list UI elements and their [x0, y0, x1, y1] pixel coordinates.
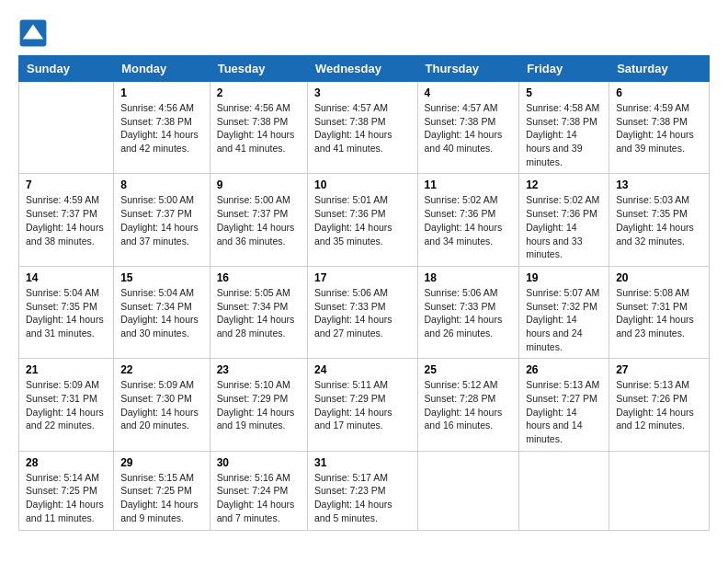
calendar-cell: 6 Sunrise: 4:59 AM Sunset: 7:38 PM Dayli…: [609, 82, 710, 174]
day-info: Sunrise: 5:06 AM Sunset: 7:33 PM Dayligh…: [425, 286, 513, 340]
calendar-week-2: 7 Sunrise: 4:59 AM Sunset: 7:37 PM Dayli…: [19, 174, 710, 266]
sunrise-text: Sunrise: 5:00 AM: [217, 193, 301, 207]
sunrise-text: Sunrise: 5:02 AM: [526, 193, 602, 207]
daylight-text: Daylight: 14 hours and 34 minutes.: [425, 221, 513, 247]
daylight-text: Daylight: 14 hours and 20 minutes.: [120, 406, 203, 432]
calendar-cell: 15 Sunrise: 5:04 AM Sunset: 7:34 PM Dayl…: [114, 266, 210, 358]
sunset-text: Sunset: 7:23 PM: [314, 484, 411, 498]
calendar-header-tuesday: Tuesday: [210, 56, 307, 82]
day-number: 11: [425, 178, 513, 191]
day-number: 20: [616, 271, 702, 284]
day-info: Sunrise: 5:16 AM Sunset: 7:24 PM Dayligh…: [217, 471, 301, 525]
daylight-text: Daylight: 14 hours and 7 minutes.: [217, 498, 301, 524]
calendar-table: SundayMondayTuesdayWednesdayThursdayFrid…: [18, 55, 710, 531]
daylight-text: Daylight: 14 hours and 32 minutes.: [616, 221, 702, 247]
calendar-cell: 27 Sunrise: 5:13 AM Sunset: 7:26 PM Dayl…: [609, 359, 710, 451]
calendar-cell: 16 Sunrise: 5:05 AM Sunset: 7:34 PM Dayl…: [210, 266, 307, 358]
day-info: Sunrise: 5:00 AM Sunset: 7:37 PM Dayligh…: [120, 193, 203, 247]
sunset-text: Sunset: 7:31 PM: [26, 392, 107, 406]
calendar-cell: 17 Sunrise: 5:06 AM Sunset: 7:33 PM Dayl…: [307, 266, 417, 358]
day-number: 9: [217, 178, 301, 191]
day-number: 29: [120, 456, 203, 469]
day-number: 6: [616, 86, 702, 99]
sunrise-text: Sunrise: 5:16 AM: [217, 471, 301, 485]
calendar-cell: 26 Sunrise: 5:13 AM Sunset: 7:27 PM Dayl…: [519, 359, 609, 451]
calendar-cell: 4 Sunrise: 4:57 AM Sunset: 7:38 PM Dayli…: [417, 82, 519, 174]
day-number: 24: [314, 363, 411, 376]
calendar-cell: 3 Sunrise: 4:57 AM Sunset: 7:38 PM Dayli…: [307, 82, 417, 174]
daylight-text: Daylight: 14 hours and 23 minutes.: [616, 313, 702, 339]
day-number: 2: [217, 86, 301, 99]
daylight-text: Daylight: 14 hours and 39 minutes.: [526, 128, 602, 168]
calendar-cell: 2 Sunrise: 4:56 AM Sunset: 7:38 PM Dayli…: [210, 82, 307, 174]
sunset-text: Sunset: 7:38 PM: [526, 115, 602, 129]
daylight-text: Daylight: 14 hours and 22 minutes.: [26, 406, 107, 432]
sunset-text: Sunset: 7:35 PM: [26, 300, 107, 314]
sunset-text: Sunset: 7:38 PM: [314, 115, 411, 129]
daylight-text: Daylight: 14 hours and 28 minutes.: [217, 313, 301, 339]
calendar-cell: 5 Sunrise: 4:58 AM Sunset: 7:38 PM Dayli…: [519, 82, 609, 174]
day-info: Sunrise: 4:59 AM Sunset: 7:37 PM Dayligh…: [26, 193, 107, 247]
calendar-cell: 11 Sunrise: 5:02 AM Sunset: 7:36 PM Dayl…: [417, 174, 519, 266]
sunset-text: Sunset: 7:34 PM: [217, 300, 301, 314]
day-number: 21: [26, 363, 107, 376]
sunrise-text: Sunrise: 4:56 AM: [217, 101, 301, 115]
daylight-text: Daylight: 14 hours and 9 minutes.: [120, 498, 203, 524]
day-info: Sunrise: 4:57 AM Sunset: 7:38 PM Dayligh…: [314, 101, 411, 155]
daylight-text: Daylight: 14 hours and 19 minutes.: [217, 406, 301, 432]
daylight-text: Daylight: 14 hours and 33 minutes.: [526, 221, 602, 261]
sunset-text: Sunset: 7:33 PM: [314, 300, 411, 314]
daylight-text: Daylight: 14 hours and 38 minutes.: [26, 221, 107, 247]
calendar-header-monday: Monday: [114, 56, 210, 82]
day-info: Sunrise: 5:02 AM Sunset: 7:36 PM Dayligh…: [425, 193, 513, 247]
sunset-text: Sunset: 7:36 PM: [526, 207, 602, 221]
calendar-header-friday: Friday: [519, 56, 609, 82]
sunset-text: Sunset: 7:38 PM: [616, 115, 702, 129]
sunset-text: Sunset: 7:33 PM: [425, 300, 513, 314]
sunrise-text: Sunrise: 5:17 AM: [314, 471, 411, 485]
calendar-cell: 1 Sunrise: 4:56 AM Sunset: 7:38 PM Dayli…: [114, 82, 210, 174]
day-info: Sunrise: 5:12 AM Sunset: 7:28 PM Dayligh…: [425, 378, 513, 432]
calendar-cell: [19, 82, 114, 174]
sunset-text: Sunset: 7:37 PM: [217, 207, 301, 221]
calendar-cell: 8 Sunrise: 5:00 AM Sunset: 7:37 PM Dayli…: [114, 174, 210, 266]
day-number: 25: [425, 363, 513, 376]
sunrise-text: Sunrise: 5:09 AM: [120, 378, 203, 392]
day-info: Sunrise: 5:17 AM Sunset: 7:23 PM Dayligh…: [314, 471, 411, 525]
day-info: Sunrise: 5:02 AM Sunset: 7:36 PM Dayligh…: [526, 193, 602, 260]
sunset-text: Sunset: 7:37 PM: [26, 207, 107, 221]
daylight-text: Daylight: 14 hours and 39 minutes.: [616, 128, 702, 155]
sunrise-text: Sunrise: 5:12 AM: [425, 378, 513, 392]
day-info: Sunrise: 5:14 AM Sunset: 7:25 PM Dayligh…: [26, 471, 107, 525]
calendar-header-saturday: Saturday: [609, 56, 710, 82]
day-info: Sunrise: 5:09 AM Sunset: 7:30 PM Dayligh…: [120, 378, 203, 432]
calendar-cell: 7 Sunrise: 4:59 AM Sunset: 7:37 PM Dayli…: [19, 174, 114, 266]
day-info: Sunrise: 5:07 AM Sunset: 7:32 PM Dayligh…: [526, 286, 602, 353]
daylight-text: Daylight: 14 hours and 42 minutes.: [120, 128, 203, 155]
calendar-header-thursday: Thursday: [417, 56, 519, 82]
day-info: Sunrise: 5:09 AM Sunset: 7:31 PM Dayligh…: [26, 378, 107, 432]
day-info: Sunrise: 5:05 AM Sunset: 7:34 PM Dayligh…: [217, 286, 301, 340]
sunrise-text: Sunrise: 5:11 AM: [314, 378, 411, 392]
calendar-cell: 20 Sunrise: 5:08 AM Sunset: 7:31 PM Dayl…: [609, 266, 710, 358]
calendar-cell: 22 Sunrise: 5:09 AM Sunset: 7:30 PM Dayl…: [114, 359, 210, 451]
calendar-cell: 13 Sunrise: 5:03 AM Sunset: 7:35 PM Dayl…: [609, 174, 710, 266]
sunrise-text: Sunrise: 5:15 AM: [120, 471, 203, 485]
sunset-text: Sunset: 7:32 PM: [526, 300, 602, 314]
calendar-week-4: 21 Sunrise: 5:09 AM Sunset: 7:31 PM Dayl…: [19, 359, 710, 451]
daylight-text: Daylight: 14 hours and 27 minutes.: [314, 313, 411, 339]
day-number: 7: [26, 178, 107, 191]
sunset-text: Sunset: 7:26 PM: [616, 392, 702, 406]
sunrise-text: Sunrise: 5:10 AM: [217, 378, 301, 392]
calendar-cell: 25 Sunrise: 5:12 AM Sunset: 7:28 PM Dayl…: [417, 359, 519, 451]
day-number: 30: [217, 456, 301, 469]
sunrise-text: Sunrise: 4:56 AM: [120, 101, 203, 115]
page-header: [18, 18, 710, 48]
day-number: 8: [120, 178, 203, 191]
day-info: Sunrise: 5:03 AM Sunset: 7:35 PM Dayligh…: [616, 193, 702, 247]
calendar-header-row: SundayMondayTuesdayWednesdayThursdayFrid…: [19, 56, 710, 82]
logo: [18, 18, 51, 48]
daylight-text: Daylight: 14 hours and 41 minutes.: [314, 128, 411, 155]
logo-icon: [18, 18, 48, 48]
calendar-week-5: 28 Sunrise: 5:14 AM Sunset: 7:25 PM Dayl…: [19, 451, 710, 530]
